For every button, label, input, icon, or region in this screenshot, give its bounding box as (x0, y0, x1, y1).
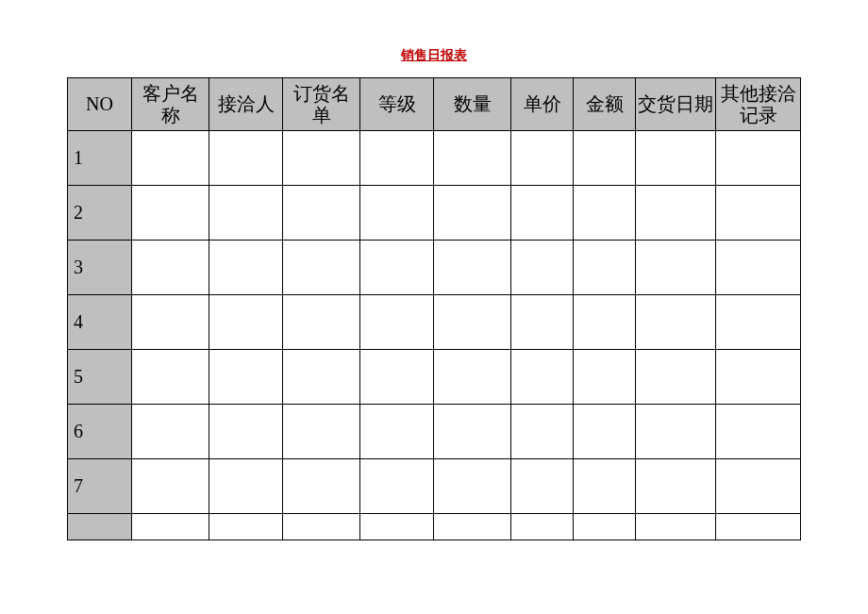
cell-delivery (636, 459, 716, 514)
cell-grade (360, 405, 434, 459)
cell-order (283, 241, 360, 295)
cell-other (716, 459, 801, 514)
cell-grade (360, 295, 434, 350)
header-no: NO (68, 78, 132, 131)
cell-other (716, 186, 801, 241)
cell-price (511, 514, 574, 540)
header-other: 其他接洽记录 (716, 78, 801, 131)
cell-customer (132, 350, 209, 405)
cell-grade (360, 131, 434, 186)
cell-amount (574, 186, 636, 241)
header-qty: 数量 (434, 78, 511, 131)
cell-delivery (636, 514, 716, 540)
cell-qty (434, 131, 511, 186)
cell-grade (360, 241, 434, 295)
cell-amount (574, 131, 636, 186)
cell-contact (209, 131, 283, 186)
cell-qty (434, 405, 511, 459)
cell-amount (574, 459, 636, 514)
cell-no: 5 (68, 350, 132, 405)
cell-delivery (636, 350, 716, 405)
cell-delivery (636, 241, 716, 295)
cell-contact (209, 241, 283, 295)
header-amount: 金额 (574, 78, 636, 131)
cell-qty (434, 350, 511, 405)
cell-amount (574, 350, 636, 405)
cell-amount (574, 405, 636, 459)
cell-amount (574, 241, 636, 295)
header-contact: 接洽人 (209, 78, 283, 131)
cell-price (511, 241, 574, 295)
cell-no (68, 514, 132, 540)
cell-amount (574, 295, 636, 350)
cell-qty (434, 295, 511, 350)
cell-grade (360, 350, 434, 405)
cell-customer (132, 405, 209, 459)
cell-order (283, 186, 360, 241)
cell-customer (132, 186, 209, 241)
cell-order (283, 405, 360, 459)
table-row: 3 (68, 241, 801, 295)
table-body: 1 2 3 (68, 131, 801, 540)
cell-contact (209, 350, 283, 405)
cell-order (283, 350, 360, 405)
table-row (68, 514, 801, 540)
cell-price (511, 131, 574, 186)
cell-customer (132, 241, 209, 295)
page-title: 销售日报表 (0, 0, 868, 77)
cell-contact (209, 405, 283, 459)
cell-no: 1 (68, 131, 132, 186)
header-price: 单价 (511, 78, 574, 131)
cell-order (283, 514, 360, 540)
cell-no: 3 (68, 241, 132, 295)
cell-delivery (636, 295, 716, 350)
header-grade: 等级 (360, 78, 434, 131)
table-header-row: NO 客户名称 接洽人 订货名单 等级 数量 单价 金额 交货日期 其他接洽记录 (68, 78, 801, 131)
cell-order (283, 295, 360, 350)
cell-delivery (636, 131, 716, 186)
table-row: 7 (68, 459, 801, 514)
cell-other (716, 514, 801, 540)
cell-no: 6 (68, 405, 132, 459)
table-row: 2 (68, 186, 801, 241)
cell-customer (132, 131, 209, 186)
cell-qty (434, 186, 511, 241)
cell-contact (209, 295, 283, 350)
cell-no: 7 (68, 459, 132, 514)
cell-price (511, 295, 574, 350)
table-row: 6 (68, 405, 801, 459)
cell-contact (209, 186, 283, 241)
cell-grade (360, 186, 434, 241)
cell-price (511, 186, 574, 241)
cell-customer (132, 514, 209, 540)
cell-other (716, 405, 801, 459)
cell-qty (434, 514, 511, 540)
cell-order (283, 131, 360, 186)
cell-grade (360, 514, 434, 540)
sales-report-table: NO 客户名称 接洽人 订货名单 等级 数量 单价 金额 交货日期 其他接洽记录… (67, 77, 801, 540)
table-row: 4 (68, 295, 801, 350)
cell-customer (132, 295, 209, 350)
header-delivery: 交货日期 (636, 78, 716, 131)
header-order: 订货名单 (283, 78, 360, 131)
cell-order (283, 459, 360, 514)
cell-qty (434, 459, 511, 514)
cell-grade (360, 459, 434, 514)
cell-delivery (636, 186, 716, 241)
cell-no: 2 (68, 186, 132, 241)
cell-customer (132, 459, 209, 514)
header-customer: 客户名称 (132, 78, 209, 131)
cell-price (511, 459, 574, 514)
cell-price (511, 350, 574, 405)
cell-amount (574, 514, 636, 540)
table-row: 5 (68, 350, 801, 405)
cell-contact (209, 514, 283, 540)
cell-qty (434, 241, 511, 295)
cell-other (716, 350, 801, 405)
cell-other (716, 241, 801, 295)
cell-no: 4 (68, 295, 132, 350)
cell-delivery (636, 405, 716, 459)
cell-other (716, 131, 801, 186)
cell-contact (209, 459, 283, 514)
table-row: 1 (68, 131, 801, 186)
